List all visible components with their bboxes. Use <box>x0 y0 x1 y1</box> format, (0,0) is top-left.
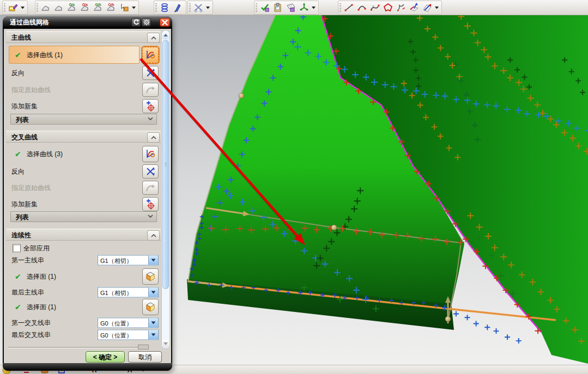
section-header-cross-curves[interactable]: 交叉曲线 <box>6 131 161 143</box>
spring-tool-button[interactable] <box>158 2 171 14</box>
selection-filter-button[interactable] <box>118 2 131 14</box>
horizontal-scrollbar-thumb[interactable] <box>138 345 149 350</box>
reset-button[interactable] <box>131 18 141 27</box>
svg-text:O/h: O/h <box>108 3 114 7</box>
add-new-set-label: 添加新集 <box>11 102 38 111</box>
ok-button[interactable]: < 确定 > <box>86 351 125 363</box>
collapse-button[interactable] <box>147 33 160 43</box>
specify-origin-curve-button[interactable] <box>142 181 159 195</box>
reverse-row-primary: 反向 <box>6 66 161 80</box>
section-header-continuity[interactable]: 连续性 <box>6 229 161 241</box>
scroll-up-button[interactable] <box>162 31 169 39</box>
select-cross-curve-button[interactable] <box>142 146 159 162</box>
edit-object-display-icon <box>8 3 18 13</box>
selection-filter-icon <box>119 3 129 13</box>
dropdown-arrow-icon[interactable] <box>148 330 158 340</box>
svg-text:G/h: G/h <box>95 3 101 7</box>
cancel-button[interactable]: 取消 <box>128 351 162 363</box>
control-point-sphere[interactable] <box>239 93 244 99</box>
reverse-direction-button[interactable] <box>142 66 159 80</box>
check-icon: ✔ <box>15 51 21 59</box>
close-icon <box>162 20 168 26</box>
edit-object-display-button[interactable] <box>7 2 20 14</box>
collapse-button[interactable] <box>147 230 160 241</box>
select-face-button[interactable] <box>142 299 159 315</box>
reverse-row-cross: 反向 <box>6 164 161 179</box>
surface-analysis-a-icon <box>41 3 51 13</box>
list-dropdown-primary[interactable]: 列表 <box>10 114 157 125</box>
dialog-body: 主曲线 ✔ 选择曲线 (1) 反向 <box>4 29 171 363</box>
analysis-os-button[interactable]: O/s <box>78 2 92 14</box>
scrollbar-thumb[interactable] <box>162 40 169 289</box>
scroll-down-button[interactable] <box>162 340 169 348</box>
check-more-button[interactable] <box>311 2 317 14</box>
dropdown-arrow-icon[interactable] <box>148 288 158 297</box>
analysis-gh-button[interactable]: G/h <box>92 2 105 14</box>
curve-on-surface-icon <box>396 3 406 13</box>
copy-object-button[interactable] <box>271 2 284 14</box>
select-face-row-first: ✔ 选择面 (1) <box>6 268 161 285</box>
extrude-sheet-icon <box>409 3 419 13</box>
dropdown-value: G1（相切） <box>100 257 132 265</box>
face-cube-icon <box>144 271 156 283</box>
control-point-sphere[interactable] <box>445 316 451 322</box>
add-new-set-button[interactable] <box>142 197 159 211</box>
control-point-sphere[interactable] <box>331 225 337 230</box>
analysis-oh-button[interactable]: O/h <box>105 2 118 14</box>
select-face-button[interactable] <box>142 268 159 285</box>
csys-orient-button[interactable] <box>298 2 311 14</box>
display-more-button[interactable] <box>20 2 26 14</box>
first-cross-string-row: 第一交叉线串 G0（位置） <box>6 317 161 329</box>
apply-all-checkbox[interactable] <box>13 244 21 253</box>
scroll-up-icon <box>163 34 168 36</box>
add-new-set-icon <box>145 199 156 210</box>
top-toolbar: G/sO/sG/hO/h <box>0 0 588 15</box>
dialog-bottom-bar[interactable] <box>3 363 172 371</box>
trim-tool-button[interactable] <box>192 2 205 14</box>
reverse-direction-button[interactable] <box>142 164 159 179</box>
dialog-title-bar[interactable]: 通过曲线网格 <box>3 16 172 29</box>
nx-application-window: G/sO/sG/hO/h HA 通过曲线网格 <box>0 0 588 374</box>
art-spline-button[interactable] <box>381 2 395 14</box>
first-primary-string-dropdown[interactable]: G1（相切） <box>98 255 159 266</box>
list-dropdown-cross[interactable]: 列表 <box>10 211 157 222</box>
last-primary-string-dropdown[interactable]: G1（相切） <box>98 287 159 298</box>
arc-button[interactable] <box>355 2 368 14</box>
arc-icon <box>357 3 367 13</box>
examine-geometry-button[interactable] <box>258 2 271 14</box>
specify-origin-curve-button[interactable] <box>142 83 159 97</box>
collapse-button[interactable] <box>147 132 160 143</box>
analysis-gs-button[interactable]: G/s <box>65 2 78 14</box>
dropdown-arrow-icon[interactable] <box>148 318 158 328</box>
horizontal-scrollbar-track[interactable] <box>8 347 144 348</box>
dialog-title: 通过曲线网格 <box>10 19 49 26</box>
close-button[interactable] <box>160 18 170 27</box>
studio-spline-button[interactable] <box>368 2 381 14</box>
trim-tool-icon <box>193 3 203 13</box>
line-button[interactable] <box>342 2 355 14</box>
sheet-check-button[interactable] <box>284 2 298 14</box>
dialog-scrollbar[interactable] <box>161 30 170 349</box>
surface-analysis-b-button[interactable] <box>52 2 65 14</box>
trim-group <box>187 1 213 15</box>
dropdown-arrow-icon[interactable] <box>148 256 158 265</box>
first-cross-string-dropdown[interactable]: G0（位置） <box>98 318 159 328</box>
analysis-more-button[interactable] <box>131 2 137 14</box>
select-curve-label: 选择曲线 (3) <box>27 149 63 158</box>
dropdown-caret-icon <box>205 6 210 9</box>
origin-curve-icon <box>145 182 156 193</box>
section-header-primary-curves[interactable]: 主曲线 <box>6 31 161 43</box>
surface-analysis-a-button[interactable] <box>39 2 52 14</box>
dialog-settings-button[interactable] <box>142 18 151 27</box>
curve-on-surface-button[interactable] <box>395 2 408 14</box>
pen-tool-button[interactable] <box>171 2 184 14</box>
reverse-direction-icon <box>146 167 155 176</box>
last-cross-string-row: 最后交叉线串 G0（位置） <box>6 329 161 341</box>
curve-more-button[interactable] <box>434 2 440 14</box>
revolve-sheet-button[interactable] <box>421 2 434 14</box>
extrude-sheet-button[interactable] <box>408 2 421 14</box>
last-cross-string-dropdown[interactable]: G0（位置） <box>98 330 159 340</box>
add-new-set-button[interactable] <box>142 99 159 113</box>
trim-more-button[interactable] <box>205 2 211 14</box>
select-curve-button[interactable] <box>142 47 159 63</box>
